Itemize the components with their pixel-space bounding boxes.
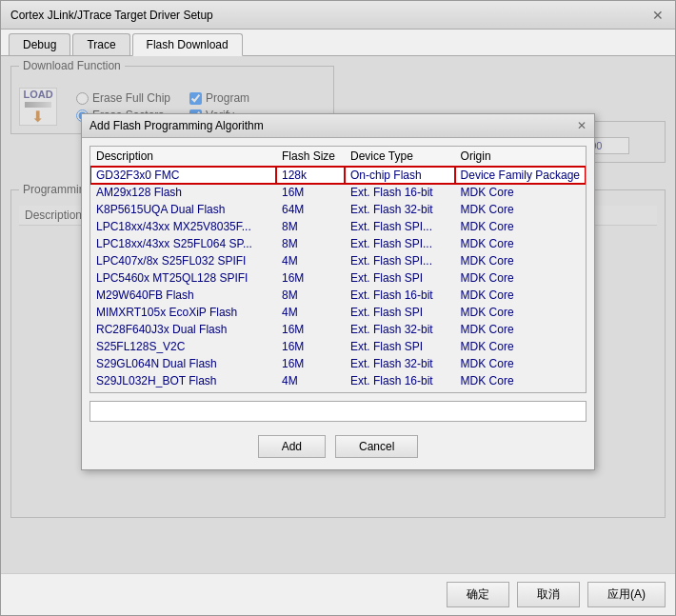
tab-debug[interactable]: Debug — [9, 33, 70, 55]
modal-close-button[interactable]: ✕ — [577, 119, 587, 132]
algo-table-row[interactable]: K8P5615UQA Dual Flash64MExt. Flash 32-bi… — [90, 201, 586, 218]
title-bar: Cortex JLink/JTrace Target Driver Setup … — [1, 1, 675, 30]
confirm-button[interactable]: 确定 — [447, 582, 509, 607]
algo-table-row[interactable]: LPC18xx/43xx MX25V8035F...8MExt. Flash S… — [90, 218, 586, 235]
modal-title: Add Flash Programming Algorithm — [89, 119, 264, 132]
algo-table-row[interactable]: RC28F640J3x Dual Flash16MExt. Flash 32-b… — [90, 321, 586, 338]
algo-table-row[interactable]: LPC5460x MT25QL128 SPIFI16MExt. Flash SP… — [90, 269, 586, 287]
algo-table: Description Flash Size Device Type Origi… — [90, 147, 586, 393]
tab-bar: Debug Trace Flash Download — [1, 30, 675, 56]
algo-col-device-type: Device Type — [345, 147, 455, 167]
window-title: Cortex JLink/JTrace Target Driver Setup — [10, 9, 213, 22]
add-button[interactable]: Add — [258, 435, 326, 458]
main-content: Download Function LOAD ⬇ Erase Full Chip — [1, 56, 675, 573]
modal-title-bar: Add Flash Programming Algorithm ✕ — [82, 114, 594, 138]
tab-trace[interactable]: Trace — [72, 33, 129, 55]
algo-table-row[interactable]: GD32F3x0 FMC128kOn-chip FlashDevice Fami… — [90, 167, 586, 185]
modal-overlay: Add Flash Programming Algorithm ✕ Descri… — [1, 56, 675, 573]
algo-table-header: Description Flash Size Device Type Origi… — [90, 147, 586, 167]
footer-cancel-button[interactable]: 取消 — [517, 582, 580, 607]
modal-body: Description Flash Size Device Type Origi… — [82, 138, 594, 469]
algo-table-row[interactable]: M29W640FB Flash8MExt. Flash 16-bitMDK Co… — [90, 287, 586, 304]
algo-table-row[interactable]: S25FL128S_V2C16MExt. Flash SPIMDK Core — [90, 338, 586, 355]
modal-buttons: Add Cancel — [89, 429, 587, 462]
algo-col-origin: Origin — [455, 147, 586, 167]
algo-table-row[interactable]: LPC407x/8x S25FL032 SPIFI4MExt. Flash SP… — [90, 252, 586, 269]
main-window: Cortex JLink/JTrace Target Driver Setup … — [0, 0, 676, 616]
algo-col-description: Description — [90, 147, 276, 167]
footer: 确定 取消 应用(A) — [1, 573, 675, 615]
algo-table-row[interactable]: S29JL032H_BOT Flash4MExt. Flash 16-bitMD… — [90, 372, 586, 389]
algo-table-row[interactable]: MIMXRT105x EcoXiP Flash4MExt. Flash SPIM… — [90, 304, 586, 321]
algo-table-body: GD32F3x0 FMC128kOn-chip FlashDevice Fami… — [90, 167, 586, 394]
algo-col-flash-size: Flash Size — [276, 147, 345, 167]
algo-table-row[interactable]: S29JL032H_TOP Flash4MExt. Flash 16-bitMD… — [90, 389, 586, 393]
search-input[interactable] — [89, 401, 587, 422]
add-flash-algorithm-modal: Add Flash Programming Algorithm ✕ Descri… — [81, 113, 595, 470]
algo-table-row[interactable]: S29GL064N Dual Flash16MExt. Flash 32-bit… — [90, 355, 586, 372]
apply-button[interactable]: 应用(A) — [587, 582, 666, 607]
algo-table-row[interactable]: LPC18xx/43xx S25FL064 SP...8MExt. Flash … — [90, 235, 586, 252]
tab-flash-download[interactable]: Flash Download — [132, 33, 243, 56]
cancel-button[interactable]: Cancel — [335, 435, 418, 458]
close-button[interactable]: ✕ — [650, 8, 666, 23]
algo-table-row[interactable]: AM29x128 Flash16MExt. Flash 16-bitMDK Co… — [90, 184, 586, 201]
algo-table-container[interactable]: Description Flash Size Device Type Origi… — [89, 146, 587, 393]
